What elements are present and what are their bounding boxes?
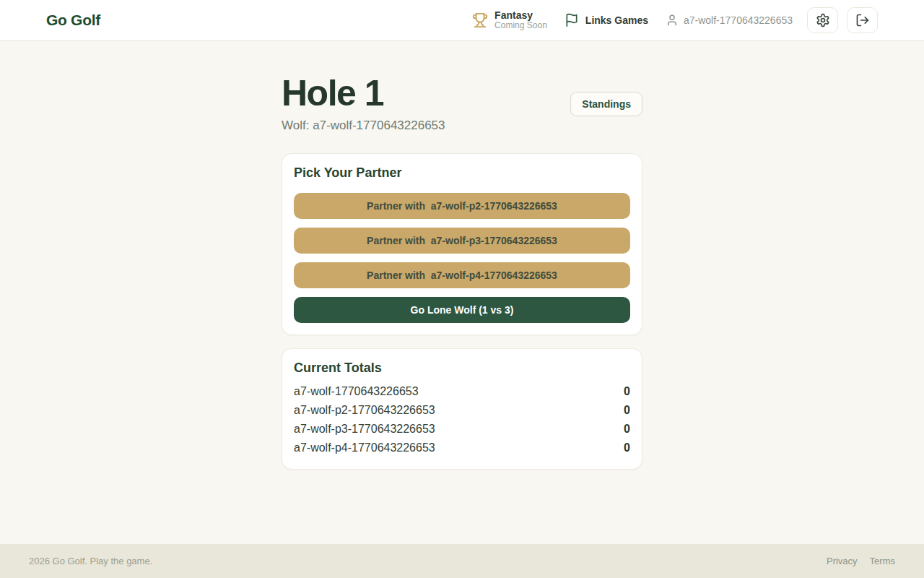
privacy-link[interactable]: Privacy [827, 556, 858, 566]
current-totals-title: Current Totals [294, 361, 630, 376]
player-name: a7-wolf-p4-1770643226653 [294, 441, 435, 454]
partner-button-p2[interactable]: Partner with a7-wolf-p2-1770643226653 [294, 193, 630, 219]
header-nav: Fantasy Coming Soon Links Games a7-wolf-… [472, 7, 878, 33]
trophy-icon [472, 12, 488, 28]
partner-button-p3[interactable]: Partner with a7-wolf-p3-1770643226653 [294, 228, 630, 254]
app-header: Go Golf Fantasy Coming Soon [0, 0, 924, 41]
player-score: 0 [624, 385, 630, 398]
player-score: 0 [624, 423, 630, 436]
page-title: Hole 1 [282, 75, 445, 111]
player-score: 0 [624, 441, 630, 454]
title-row: Hole 1 Wolf: a7-wolf-1770643226653 Stand… [282, 75, 642, 133]
totals-row: a7-wolf-1770643226653 0 [294, 382, 630, 401]
partner-button-p4[interactable]: Partner with a7-wolf-p4-1770643226653 [294, 262, 630, 288]
player-name: a7-wolf-p2-1770643226653 [294, 404, 435, 417]
fantasy-sublabel: Coming Soon [494, 21, 547, 31]
copyright-text: 2026 Go Golf. Play the game. [29, 556, 152, 566]
settings-button[interactable] [807, 7, 838, 33]
player-name: a7-wolf-p3-1770643226653 [294, 423, 435, 436]
pick-partner-card: Pick Your Partner Partner with a7-wolf-p… [282, 153, 642, 335]
app-footer: 2026 Go Golf. Play the game. Privacy Ter… [0, 544, 924, 578]
logout-button[interactable] [847, 7, 878, 33]
lone-wolf-button[interactable]: Go Lone Wolf (1 vs 3) [294, 297, 630, 323]
totals-row: a7-wolf-p2-1770643226653 0 [294, 401, 630, 420]
user-info: a7-wolf-1770643226653 [666, 14, 793, 27]
player-score: 0 [624, 404, 630, 417]
flag-icon [565, 13, 579, 27]
main-content: Hole 1 Wolf: a7-wolf-1770643226653 Stand… [0, 41, 924, 544]
standings-button[interactable]: Standings [570, 92, 642, 116]
user-icon [666, 14, 679, 27]
logout-icon [855, 13, 870, 27]
links-games-label: Links Games [585, 14, 648, 26]
player-name: a7-wolf-1770643226653 [294, 385, 419, 398]
app-logo[interactable]: Go Golf [46, 12, 100, 29]
gear-icon [816, 13, 830, 27]
user-name: a7-wolf-1770643226653 [684, 14, 793, 26]
nav-links-games[interactable]: Links Games [565, 13, 648, 27]
totals-row: a7-wolf-p4-1770643226653 0 [294, 439, 630, 457]
fantasy-label: Fantasy [494, 9, 547, 21]
terms-link[interactable]: Terms [870, 556, 895, 566]
nav-fantasy[interactable]: Fantasy Coming Soon [472, 9, 547, 31]
current-totals-card: Current Totals a7-wolf-1770643226653 0 a… [282, 348, 642, 470]
totals-row: a7-wolf-p3-1770643226653 0 [294, 420, 630, 439]
totals-list: a7-wolf-1770643226653 0 a7-wolf-p2-17706… [294, 382, 630, 457]
pick-partner-title: Pick Your Partner [294, 165, 630, 181]
wolf-subtitle: Wolf: a7-wolf-1770643226653 [282, 118, 445, 133]
